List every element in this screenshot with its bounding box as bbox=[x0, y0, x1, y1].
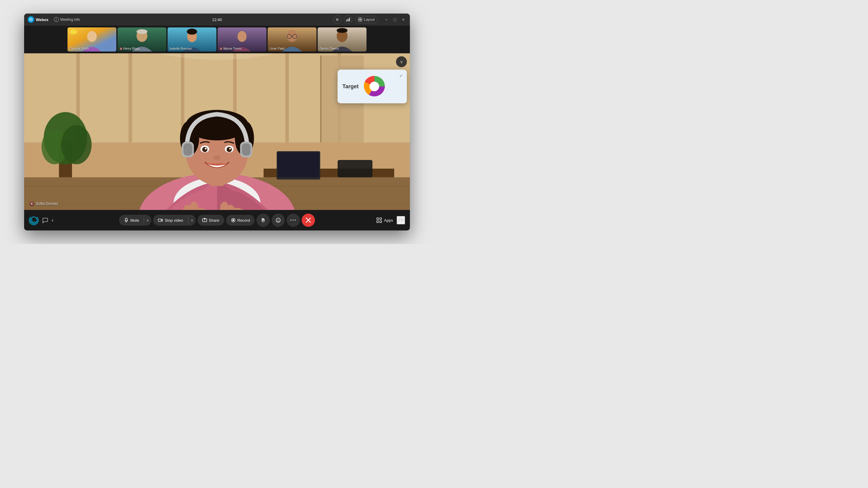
video-group: Stop video ∨ bbox=[153, 215, 195, 226]
video-area: 🔇 Sofia Gomez ∨ Target bbox=[24, 53, 410, 210]
svg-rect-6 bbox=[358, 18, 360, 20]
apps-label: Apps bbox=[384, 218, 393, 223]
center-controls: Mute ∨ Stop video ∨ bbox=[119, 214, 315, 227]
svg-point-94 bbox=[401, 219, 403, 221]
svg-point-12 bbox=[70, 30, 77, 34]
record-label: Record bbox=[238, 218, 250, 223]
svg-rect-7 bbox=[360, 18, 362, 20]
controls-right: Apps bbox=[376, 216, 405, 224]
end-call-button[interactable] bbox=[302, 214, 315, 227]
thumbnail-label: 🔇 Marise Torres bbox=[219, 47, 241, 50]
hand-raise-button[interactable] bbox=[256, 214, 270, 227]
svg-point-86 bbox=[276, 218, 280, 222]
titlebar-time: 12:40 bbox=[212, 18, 222, 22]
webex-activity-ring bbox=[29, 216, 38, 225]
thumbnail-name: Umar Patel bbox=[270, 47, 284, 50]
svg-point-11 bbox=[87, 31, 97, 42]
app-title: Webex bbox=[36, 18, 49, 22]
svg-rect-82 bbox=[158, 219, 161, 221]
target-card: Target bbox=[338, 70, 407, 103]
svg-point-22 bbox=[287, 30, 298, 42]
svg-rect-32 bbox=[129, 53, 132, 142]
stop-video-label: Stop video bbox=[164, 218, 183, 223]
svg-rect-5 bbox=[349, 18, 350, 22]
svg-point-81 bbox=[32, 218, 36, 222]
thumbnail-name: Henry Riggs bbox=[123, 47, 140, 50]
video-dropdown-button[interactable]: ∨ bbox=[188, 216, 195, 225]
more-options-button[interactable]: ··· bbox=[287, 214, 300, 227]
side-panel: ∨ Target bbox=[338, 56, 407, 103]
thumbnails-strip: Clarissa Smith bbox=[24, 26, 410, 53]
svg-point-85 bbox=[232, 219, 234, 221]
thumbnail-name: Darren Owens bbox=[319, 47, 339, 50]
mute-button[interactable]: Mute bbox=[119, 215, 144, 226]
thumbnail-marise[interactable]: 🔇 Marise Torres bbox=[218, 27, 267, 52]
record-button[interactable]: Record bbox=[226, 215, 255, 226]
stop-video-button[interactable]: Stop video bbox=[153, 215, 188, 226]
emoji-button[interactable] bbox=[272, 214, 285, 227]
svg-rect-90 bbox=[380, 218, 381, 220]
main-content: 🔇 Sofia Gomez ∨ Target bbox=[24, 53, 410, 230]
svg-point-87 bbox=[277, 220, 278, 220]
svg-rect-92 bbox=[380, 221, 381, 223]
chat-button[interactable] bbox=[41, 217, 48, 224]
svg-point-28 bbox=[337, 28, 347, 33]
participants-button[interactable] bbox=[397, 216, 405, 224]
thumbnail-darren[interactable]: Darren Owens bbox=[318, 27, 367, 52]
thumbnail-henry[interactable]: 🔇 Henry Riggs bbox=[118, 27, 166, 52]
svg-point-67 bbox=[229, 148, 231, 150]
svg-rect-89 bbox=[377, 218, 378, 220]
controls-bar: ∨ Mute ∨ bbox=[24, 210, 410, 230]
svg-point-88 bbox=[279, 220, 279, 220]
mute-group: Mute ∨ bbox=[119, 215, 152, 226]
apps-button[interactable]: Apps bbox=[376, 217, 393, 223]
layout-label: Layout bbox=[364, 18, 375, 22]
share-button[interactable]: Share bbox=[197, 215, 224, 226]
thumbnail-clarissa[interactable]: Clarissa Smith bbox=[67, 27, 116, 52]
target-label: Target bbox=[342, 84, 359, 90]
meeting-info-label: Meeting info bbox=[60, 18, 80, 22]
meeting-info-button[interactable]: i Meeting info bbox=[52, 16, 82, 23]
thumbnail-label: Darren Owens bbox=[319, 47, 339, 50]
svg-rect-70 bbox=[184, 143, 192, 156]
svg-point-18 bbox=[187, 29, 197, 35]
speaker-label: 🔇 Sofia Gomez bbox=[30, 201, 58, 206]
share-group: Share bbox=[197, 215, 224, 226]
expand-card-button[interactable]: ⤢ bbox=[397, 71, 405, 80]
mute-dropdown-button[interactable]: ∨ bbox=[144, 216, 151, 225]
thumbnail-label: Umar Patel bbox=[270, 47, 284, 50]
main-window: Webex i Meeting info 12:40 bbox=[24, 13, 410, 230]
mute-label: Mute bbox=[130, 218, 139, 223]
titlebar-left: Webex i Meeting info bbox=[28, 16, 82, 23]
stats-button[interactable] bbox=[344, 15, 352, 24]
minimize-button[interactable]: − bbox=[383, 17, 390, 23]
layout-button[interactable]: Layout bbox=[355, 16, 378, 23]
settings-button[interactable] bbox=[333, 15, 341, 24]
webex-logo: Webex bbox=[28, 16, 49, 23]
info-icon: i bbox=[54, 17, 59, 22]
svg-point-2 bbox=[336, 19, 338, 21]
svg-point-65 bbox=[227, 147, 232, 152]
pie-chart bbox=[362, 74, 386, 98]
svg-rect-35 bbox=[285, 53, 289, 142]
collapse-icon: ∨ bbox=[400, 59, 403, 64]
thumbnail-label: Clarissa Smith bbox=[69, 47, 89, 50]
thumbnail-isabelle[interactable]: Isabelle Brennan bbox=[167, 27, 216, 52]
webex-icon bbox=[28, 16, 34, 23]
svg-point-68 bbox=[213, 156, 220, 160]
svg-rect-8 bbox=[358, 20, 360, 22]
share-label: Share bbox=[209, 218, 219, 223]
svg-point-48 bbox=[61, 125, 92, 164]
svg-rect-51 bbox=[278, 152, 319, 177]
svg-point-15 bbox=[136, 29, 147, 34]
svg-rect-3 bbox=[346, 20, 347, 22]
maximize-button[interactable]: □ bbox=[392, 17, 398, 23]
main-video: 🔇 Sofia Gomez ∨ Target bbox=[24, 53, 410, 210]
thumbnail-umar[interactable]: Umar Patel bbox=[268, 27, 316, 52]
chat-dropdown-button[interactable]: ∨ bbox=[51, 218, 54, 222]
svg-point-64 bbox=[202, 147, 207, 152]
muted-icon: 🔇 bbox=[119, 47, 122, 50]
svg-point-20 bbox=[238, 31, 247, 42]
close-button[interactable]: × bbox=[400, 17, 406, 23]
collapse-panel-button[interactable]: ∨ bbox=[396, 56, 407, 67]
